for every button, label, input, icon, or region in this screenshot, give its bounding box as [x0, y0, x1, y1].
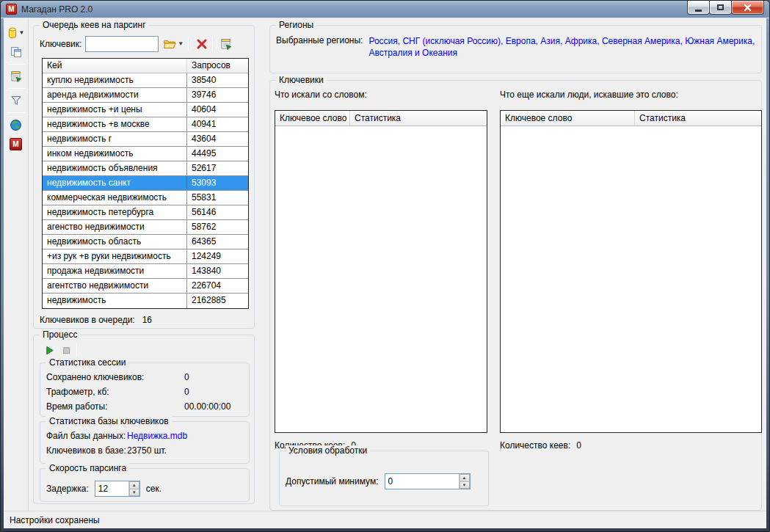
delay-spinner[interactable]: 12 ▲ ▼ — [95, 481, 140, 497]
app-icon: M — [6, 4, 17, 15]
open-file-button[interactable]: ▼ — [161, 36, 185, 52]
table-row[interactable]: недвижимость +и цены40604 — [43, 103, 248, 117]
delay-value[interactable]: 12 — [95, 481, 128, 496]
keyword-label: Ключевик: — [40, 39, 81, 49]
parsing-speed-group: Скорость парсинга Задержка: 12 ▲ ▼ сек. — [40, 468, 250, 502]
queue-properties-button[interactable] — [219, 36, 233, 52]
start-button[interactable] — [43, 342, 57, 358]
right-list-header[interactable]: Ключевое слово Статистика — [501, 111, 761, 126]
spinner-down-button[interactable]: ▼ — [129, 489, 139, 497]
table-cell-key[interactable]: куплю недвижимость — [43, 73, 187, 87]
left-list-header[interactable]: Ключевое слово Статистика — [275, 111, 487, 126]
table-row[interactable]: куплю недвижимость38540 — [43, 73, 248, 88]
table-row[interactable]: недвижимость петербурга56146 — [43, 205, 248, 220]
filter-button[interactable] — [5, 92, 27, 109]
table-cell-key[interactable]: недвижимость санкт — [43, 176, 187, 190]
copy-button[interactable] — [5, 44, 27, 60]
keyword-toolbar: Ключевик: ▼ — [40, 36, 233, 52]
table-cell-requests[interactable]: 56146 — [187, 205, 248, 219]
table-row[interactable]: аренда недвижимости39746 — [43, 88, 248, 103]
column-header-key[interactable]: Кей — [43, 59, 187, 73]
title-bar[interactable]: M Магадан PRO 2.0 — [1, 1, 769, 18]
table-row[interactable]: +из рук +в руки недвижимость124249 — [43, 249, 248, 264]
table-cell-key[interactable]: +из рук +в руки недвижимость — [43, 249, 187, 263]
table-cell-requests[interactable]: 43604 — [187, 132, 248, 146]
database-button[interactable]: ▼ — [5, 25, 27, 41]
table-cell-requests[interactable]: 38540 — [187, 73, 248, 87]
app-window: M Магадан PRO 2.0 ▼ — [0, 0, 770, 532]
table-row[interactable]: недвижимость объявления52617 — [43, 161, 248, 176]
spinner-up-button[interactable]: ▲ — [129, 481, 139, 489]
table-cell-requests[interactable]: 124249 — [187, 249, 248, 263]
column-header-statistics[interactable]: Статистика — [350, 111, 405, 125]
column-header-keyword[interactable]: Ключевое слово — [275, 111, 350, 125]
process-toolbar — [40, 343, 80, 357]
table-cell-key[interactable]: агентство недвижимости — [43, 279, 187, 293]
table-row[interactable]: недвижимость санкт53093 — [43, 176, 248, 191]
dropdown-caret-icon[interactable]: ▼ — [178, 41, 184, 47]
queue-group: Очередь кеев на парсинг Ключевик: ▼ — [33, 25, 255, 329]
spinner-up-button[interactable]: ▲ — [460, 474, 470, 482]
minimum-spinner[interactable]: 0 ▲ ▼ — [385, 473, 471, 489]
table-cell-key[interactable]: инком недвижимость — [43, 147, 187, 161]
column-header-requests[interactable]: Запросов — [187, 59, 248, 73]
globe-button[interactable] — [5, 117, 27, 133]
form-properties-button[interactable] — [5, 68, 27, 84]
delay-row: Задержка: 12 ▲ ▼ сек. — [46, 481, 161, 497]
table-cell-requests[interactable]: 53093 — [187, 176, 248, 190]
parsing-speed-title: Скорость парсинга — [46, 463, 129, 473]
table-row[interactable]: недвижимость2162885 — [43, 294, 248, 308]
table-row[interactable]: коммерческая недвижимость55831 — [43, 191, 248, 205]
table-row[interactable]: недвижимость +в москве40941 — [43, 117, 248, 132]
table-cell-key[interactable]: агенство недвижимости — [43, 220, 187, 234]
table-cell-requests[interactable]: 2162885 — [187, 294, 248, 308]
right-keys-count-label: Количество кеев: — [500, 440, 570, 451]
table-row[interactable]: недвижимость область64365 — [43, 235, 248, 249]
table-cell-key[interactable]: недвижимость область — [43, 235, 187, 249]
table-cell-key[interactable]: недвижимость петербурга — [43, 205, 187, 219]
maximize-button[interactable] — [709, 1, 732, 15]
queue-table-header[interactable]: Кей Запросов — [43, 59, 248, 73]
minimum-value[interactable]: 0 — [385, 474, 459, 489]
database-file-label: Файл базы данных: — [46, 431, 126, 441]
queue-table-body: куплю недвижимость38540аренда недвижимос… — [43, 73, 248, 308]
keyword-input[interactable] — [85, 36, 159, 52]
table-cell-requests[interactable]: 226704 — [187, 279, 248, 293]
close-button[interactable] — [731, 1, 764, 15]
table-cell-requests[interactable]: 44495 — [187, 147, 248, 161]
table-cell-key[interactable]: недвижимость объявления — [43, 161, 187, 175]
table-row[interactable]: агентство недвижимости226704 — [43, 279, 248, 294]
table-row[interactable]: инком недвижимость44495 — [43, 147, 248, 161]
searched-with-word-list[interactable]: Ключевое слово Статистика — [275, 110, 487, 433]
column-header-statistics[interactable]: Статистика — [635, 111, 690, 125]
table-cell-requests[interactable]: 64365 — [187, 235, 248, 249]
also-searched-list[interactable]: Ключевое слово Статистика — [500, 110, 762, 433]
database-file-link[interactable]: Недвижка.mdb — [127, 431, 187, 441]
table-cell-requests[interactable]: 55831 — [187, 191, 248, 205]
table-cell-requests[interactable]: 52617 — [187, 161, 248, 175]
table-row[interactable]: продажа недвижимости143840 — [43, 264, 248, 279]
table-cell-requests[interactable]: 40941 — [187, 117, 248, 131]
table-cell-key[interactable]: недвижимость г — [43, 132, 187, 146]
minimize-button[interactable] — [687, 1, 710, 15]
table-row[interactable]: недвижимость г43604 — [43, 132, 248, 147]
table-cell-key[interactable]: недвижимость +и цены — [43, 103, 187, 117]
column-header-keyword[interactable]: Ключевое слово — [501, 111, 635, 125]
table-cell-requests[interactable]: 40604 — [187, 103, 248, 117]
table-cell-key[interactable]: недвижимость +в москве — [43, 117, 187, 131]
table-cell-requests[interactable]: 39746 — [187, 88, 248, 102]
stop-button[interactable] — [59, 342, 73, 358]
spinner-down-button[interactable]: ▼ — [460, 482, 470, 489]
table-cell-key[interactable]: коммерческая недвижимость — [43, 191, 187, 205]
table-cell-requests[interactable]: 58762 — [187, 220, 248, 234]
table-cell-key[interactable]: недвижимость — [43, 294, 187, 308]
magadan-button[interactable]: M — [5, 136, 27, 152]
delete-keyword-button[interactable] — [195, 36, 209, 52]
table-cell-key[interactable]: аренда недвижимости — [43, 88, 187, 102]
table-row[interactable]: агенство недвижимости58762 — [43, 220, 248, 235]
client-area: ▼ — [4, 18, 766, 528]
table-cell-key[interactable]: продажа недвижимости — [43, 264, 187, 278]
right-panel-caption: Что еще искали люди, искавшие это слово: — [500, 90, 678, 100]
regions-value[interactable]: Россия, СНГ (исключая Россию), Европа, А… — [368, 35, 770, 59]
table-cell-requests[interactable]: 143840 — [187, 264, 248, 278]
